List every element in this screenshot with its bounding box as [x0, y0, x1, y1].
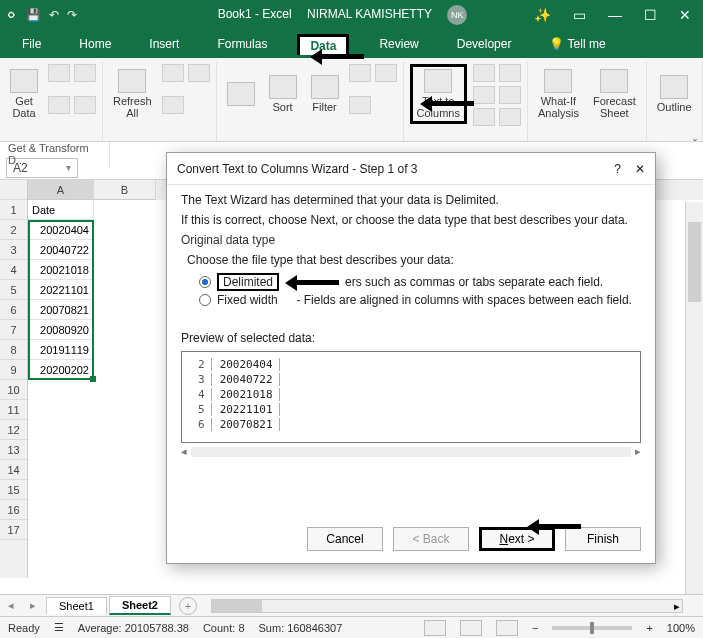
user-name: NIRMAL KAMISHETTY	[307, 7, 432, 21]
preview-scrollbar[interactable]: ◂▸	[181, 445, 641, 458]
dialog-title: Convert Text to Columns Wizard - Step 1 …	[177, 162, 418, 176]
tab-review[interactable]: Review	[371, 33, 426, 55]
preview-box: 220020404 320040722 420021018 520221101 …	[181, 351, 641, 443]
tab-insert[interactable]: Insert	[141, 33, 187, 55]
horizontal-scrollbar[interactable]: ◂▸	[211, 599, 683, 613]
tab-home[interactable]: Home	[71, 33, 119, 55]
tab-tellme[interactable]: 💡 Tell me	[541, 33, 613, 55]
sort-az-button[interactable]	[223, 64, 259, 124]
doc-title: Book1 - Excel	[218, 7, 292, 21]
cell-A5[interactable]: 20221101	[28, 280, 94, 300]
preview-label: Preview of selected data:	[181, 331, 641, 345]
text-to-columns-dialog: Convert Text to Columns Wizard - Step 1 …	[166, 152, 656, 564]
annotation-arrow-delimited	[285, 275, 339, 289]
annotation-arrow-textcols	[420, 96, 474, 110]
back-button[interactable]: < Back	[393, 527, 469, 551]
cell-A7[interactable]: 20080920	[28, 320, 94, 340]
ribbon-options-icon[interactable]: ▭	[567, 7, 592, 23]
dialog-line1: The Text Wizard has determined that your…	[181, 193, 641, 207]
cell-A1[interactable]: Date	[28, 200, 94, 220]
status-average: Average: 20105788.38	[78, 622, 189, 634]
tab-file[interactable]: File	[14, 33, 49, 55]
sheet-nav-next-icon[interactable]: ▸	[22, 599, 44, 612]
maximize-icon[interactable]: ☐	[638, 7, 663, 23]
help-icon[interactable]: ?	[614, 162, 621, 176]
filter-button[interactable]: Filter	[307, 64, 343, 124]
cell-A4[interactable]: 20021018	[28, 260, 94, 280]
zoom-out-icon[interactable]: −	[532, 622, 538, 634]
cell-A8[interactable]: 20191119	[28, 340, 94, 360]
whatif-button[interactable]: What-If Analysis	[534, 64, 583, 124]
get-data-subicons[interactable]	[48, 64, 96, 124]
save-icon[interactable]: 💾	[26, 8, 41, 22]
zoom-in-icon[interactable]: +	[646, 622, 652, 634]
choose-label: Choose the file type that best describes…	[187, 253, 641, 267]
dialog-line2: If this is correct, choose Next, or choo…	[181, 213, 641, 227]
ribbon-group-label-get: Get & Transform D...	[2, 140, 110, 168]
view-normal-icon[interactable]	[424, 620, 446, 636]
status-sum: Sum: 160846307	[259, 622, 343, 634]
text-to-columns-button[interactable]: Text to Columns	[410, 64, 467, 124]
queries-subicons[interactable]	[162, 64, 210, 124]
zoom-level[interactable]: 100%	[667, 622, 695, 634]
vertical-scrollbar[interactable]	[685, 202, 703, 594]
tab-developer[interactable]: Developer	[449, 33, 520, 55]
undo-icon[interactable]: ↶	[49, 8, 59, 22]
zoom-slider[interactable]	[552, 626, 632, 630]
accessibility-icon[interactable]: ☰	[54, 621, 64, 634]
get-data-button[interactable]: Get Data	[6, 64, 42, 124]
close-icon[interactable]: ✕	[673, 7, 697, 23]
annotation-arrow-data	[310, 49, 364, 63]
autosave-toggle[interactable]: ⭘	[6, 8, 18, 22]
delim-desc: ers such as commas or tabs separate each…	[345, 275, 603, 289]
title-bar: ⭘ 💾 ↶ ↷ Book1 - Excel NIRMAL KAMISHETTY …	[0, 0, 703, 30]
cell-A2[interactable]: 20020404	[28, 220, 94, 240]
fixed-desc: - Fields are aligned in columns with spa…	[296, 293, 632, 307]
collapse-ribbon-icon[interactable]: ˇ	[693, 138, 697, 152]
avatar[interactable]: NK	[447, 5, 467, 25]
outline-button[interactable]: Outline	[653, 64, 696, 124]
orig-type-label: Original data type	[181, 233, 641, 247]
cell-A3[interactable]: 20040722	[28, 240, 94, 260]
annotation-arrow-next	[527, 519, 581, 533]
new-sheet-button[interactable]: +	[179, 597, 197, 615]
view-layout-icon[interactable]	[460, 620, 482, 636]
radio-delimited[interactable]	[199, 276, 211, 288]
sort-button[interactable]: Sort	[265, 64, 301, 124]
view-break-icon[interactable]	[496, 620, 518, 636]
dialog-close-icon[interactable]: ✕	[635, 162, 645, 176]
fixed-label[interactable]: Fixed width	[217, 293, 278, 307]
radio-fixed[interactable]	[199, 294, 211, 306]
minimize-icon[interactable]: —	[602, 7, 628, 23]
refresh-all-button[interactable]: Refresh All	[109, 64, 156, 124]
ribbon: Get Data Refresh All Sort Filter	[0, 58, 703, 142]
forecast-button[interactable]: Forecast Sheet	[589, 64, 640, 124]
sheet-tab-bar: ◂ ▸ Sheet1 Sheet2 + ◂▸	[0, 594, 703, 616]
cell-A9[interactable]: 20200202	[28, 360, 94, 380]
row-headers[interactable]: 123456789 1011121314151617	[0, 180, 28, 578]
sheet-tab-sheet2[interactable]: Sheet2	[109, 596, 171, 615]
tab-formulas[interactable]: Formulas	[209, 33, 275, 55]
sheet-nav-prev-icon[interactable]: ◂	[0, 599, 22, 612]
search-icon[interactable]: ✨	[528, 7, 557, 23]
status-count: Count: 8	[203, 622, 245, 634]
delimited-label[interactable]: Delimited	[217, 273, 279, 291]
cell-A6[interactable]: 20070821	[28, 300, 94, 320]
status-ready: Ready	[8, 622, 40, 634]
cancel-button[interactable]: Cancel	[307, 527, 383, 551]
redo-icon[interactable]: ↷	[67, 8, 77, 22]
data-tools-subicons[interactable]	[473, 64, 521, 126]
status-bar: Ready ☰ Average: 20105788.38 Count: 8 Su…	[0, 616, 703, 638]
filter-subicons[interactable]	[349, 64, 397, 124]
sheet-tab-sheet1[interactable]: Sheet1	[46, 597, 107, 614]
